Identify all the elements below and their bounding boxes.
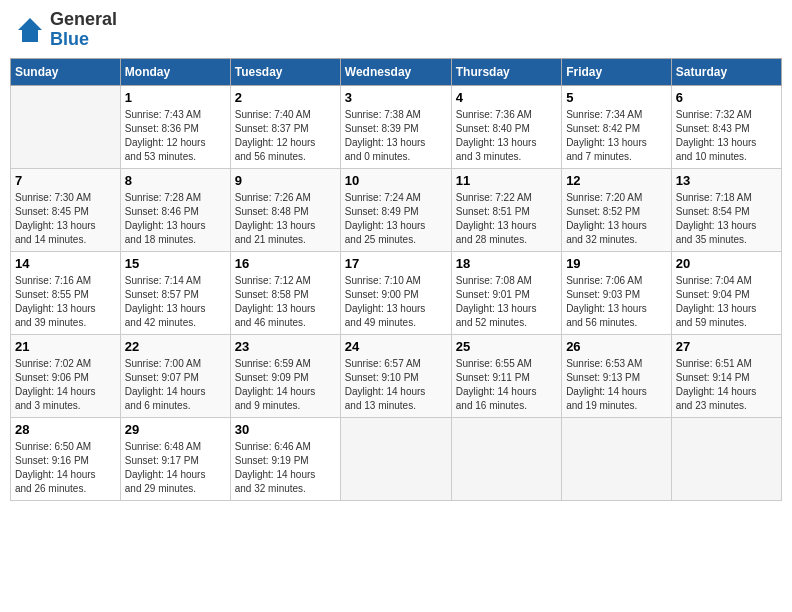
day-info: Sunrise: 7:43 AM Sunset: 8:36 PM Dayligh…: [125, 108, 226, 164]
day-number: 24: [345, 339, 447, 354]
day-number: 11: [456, 173, 557, 188]
day-info: Sunrise: 6:59 AM Sunset: 9:09 PM Dayligh…: [235, 357, 336, 413]
day-info: Sunrise: 7:20 AM Sunset: 8:52 PM Dayligh…: [566, 191, 667, 247]
day-number: 17: [345, 256, 447, 271]
calendar-cell: 26Sunrise: 6:53 AM Sunset: 9:13 PM Dayli…: [562, 334, 672, 417]
day-header-saturday: Saturday: [671, 58, 781, 85]
day-info: Sunrise: 7:34 AM Sunset: 8:42 PM Dayligh…: [566, 108, 667, 164]
day-info: Sunrise: 7:12 AM Sunset: 8:58 PM Dayligh…: [235, 274, 336, 330]
day-number: 18: [456, 256, 557, 271]
day-number: 30: [235, 422, 336, 437]
day-info: Sunrise: 6:57 AM Sunset: 9:10 PM Dayligh…: [345, 357, 447, 413]
calendar-cell: 15Sunrise: 7:14 AM Sunset: 8:57 PM Dayli…: [120, 251, 230, 334]
day-number: 8: [125, 173, 226, 188]
calendar-cell: 23Sunrise: 6:59 AM Sunset: 9:09 PM Dayli…: [230, 334, 340, 417]
calendar-cell: 3Sunrise: 7:38 AM Sunset: 8:39 PM Daylig…: [340, 85, 451, 168]
day-number: 13: [676, 173, 777, 188]
logo-icon: [14, 14, 46, 46]
day-number: 4: [456, 90, 557, 105]
day-info: Sunrise: 7:24 AM Sunset: 8:49 PM Dayligh…: [345, 191, 447, 247]
calendar-cell: 29Sunrise: 6:48 AM Sunset: 9:17 PM Dayli…: [120, 417, 230, 500]
day-number: 6: [676, 90, 777, 105]
day-number: 2: [235, 90, 336, 105]
calendar-cell: 7Sunrise: 7:30 AM Sunset: 8:45 PM Daylig…: [11, 168, 121, 251]
calendar-cell: 28Sunrise: 6:50 AM Sunset: 9:16 PM Dayli…: [11, 417, 121, 500]
calendar-cell: 22Sunrise: 7:00 AM Sunset: 9:07 PM Dayli…: [120, 334, 230, 417]
day-number: 10: [345, 173, 447, 188]
day-info: Sunrise: 7:04 AM Sunset: 9:04 PM Dayligh…: [676, 274, 777, 330]
calendar-cell: 13Sunrise: 7:18 AM Sunset: 8:54 PM Dayli…: [671, 168, 781, 251]
day-info: Sunrise: 7:02 AM Sunset: 9:06 PM Dayligh…: [15, 357, 116, 413]
calendar-cell: 30Sunrise: 6:46 AM Sunset: 9:19 PM Dayli…: [230, 417, 340, 500]
logo-text: General Blue: [50, 10, 117, 50]
calendar-cell: [340, 417, 451, 500]
logo: General Blue: [14, 10, 117, 50]
calendar-cell: 24Sunrise: 6:57 AM Sunset: 9:10 PM Dayli…: [340, 334, 451, 417]
day-info: Sunrise: 7:22 AM Sunset: 8:51 PM Dayligh…: [456, 191, 557, 247]
day-info: Sunrise: 7:32 AM Sunset: 8:43 PM Dayligh…: [676, 108, 777, 164]
day-info: Sunrise: 6:51 AM Sunset: 9:14 PM Dayligh…: [676, 357, 777, 413]
calendar-week-5: 28Sunrise: 6:50 AM Sunset: 9:16 PM Dayli…: [11, 417, 782, 500]
calendar-cell: 5Sunrise: 7:34 AM Sunset: 8:42 PM Daylig…: [562, 85, 672, 168]
day-number: 1: [125, 90, 226, 105]
day-info: Sunrise: 7:00 AM Sunset: 9:07 PM Dayligh…: [125, 357, 226, 413]
day-info: Sunrise: 7:36 AM Sunset: 8:40 PM Dayligh…: [456, 108, 557, 164]
day-info: Sunrise: 7:16 AM Sunset: 8:55 PM Dayligh…: [15, 274, 116, 330]
day-info: Sunrise: 6:48 AM Sunset: 9:17 PM Dayligh…: [125, 440, 226, 496]
day-info: Sunrise: 7:40 AM Sunset: 8:37 PM Dayligh…: [235, 108, 336, 164]
day-info: Sunrise: 7:06 AM Sunset: 9:03 PM Dayligh…: [566, 274, 667, 330]
page-header: General Blue: [10, 10, 782, 50]
calendar-table: SundayMondayTuesdayWednesdayThursdayFrid…: [10, 58, 782, 501]
calendar-cell: 6Sunrise: 7:32 AM Sunset: 8:43 PM Daylig…: [671, 85, 781, 168]
day-number: 14: [15, 256, 116, 271]
day-number: 5: [566, 90, 667, 105]
calendar-cell: 19Sunrise: 7:06 AM Sunset: 9:03 PM Dayli…: [562, 251, 672, 334]
day-info: Sunrise: 6:50 AM Sunset: 9:16 PM Dayligh…: [15, 440, 116, 496]
calendar-cell: 1Sunrise: 7:43 AM Sunset: 8:36 PM Daylig…: [120, 85, 230, 168]
calendar-cell: 18Sunrise: 7:08 AM Sunset: 9:01 PM Dayli…: [451, 251, 561, 334]
calendar-cell: 10Sunrise: 7:24 AM Sunset: 8:49 PM Dayli…: [340, 168, 451, 251]
calendar-cell: [671, 417, 781, 500]
calendar-cell: 4Sunrise: 7:36 AM Sunset: 8:40 PM Daylig…: [451, 85, 561, 168]
calendar-cell: 21Sunrise: 7:02 AM Sunset: 9:06 PM Dayli…: [11, 334, 121, 417]
day-header-tuesday: Tuesday: [230, 58, 340, 85]
day-info: Sunrise: 7:28 AM Sunset: 8:46 PM Dayligh…: [125, 191, 226, 247]
calendar-cell: 17Sunrise: 7:10 AM Sunset: 9:00 PM Dayli…: [340, 251, 451, 334]
day-info: Sunrise: 7:18 AM Sunset: 8:54 PM Dayligh…: [676, 191, 777, 247]
day-number: 7: [15, 173, 116, 188]
calendar-cell: 16Sunrise: 7:12 AM Sunset: 8:58 PM Dayli…: [230, 251, 340, 334]
day-number: 12: [566, 173, 667, 188]
calendar-week-4: 21Sunrise: 7:02 AM Sunset: 9:06 PM Dayli…: [11, 334, 782, 417]
day-number: 23: [235, 339, 336, 354]
day-header-thursday: Thursday: [451, 58, 561, 85]
day-number: 15: [125, 256, 226, 271]
day-info: Sunrise: 6:53 AM Sunset: 9:13 PM Dayligh…: [566, 357, 667, 413]
day-info: Sunrise: 7:14 AM Sunset: 8:57 PM Dayligh…: [125, 274, 226, 330]
calendar-cell: 11Sunrise: 7:22 AM Sunset: 8:51 PM Dayli…: [451, 168, 561, 251]
day-number: 16: [235, 256, 336, 271]
day-number: 29: [125, 422, 226, 437]
day-number: 19: [566, 256, 667, 271]
calendar-cell: [562, 417, 672, 500]
day-number: 21: [15, 339, 116, 354]
day-header-friday: Friday: [562, 58, 672, 85]
calendar-cell: 14Sunrise: 7:16 AM Sunset: 8:55 PM Dayli…: [11, 251, 121, 334]
day-info: Sunrise: 7:30 AM Sunset: 8:45 PM Dayligh…: [15, 191, 116, 247]
calendar-week-1: 1Sunrise: 7:43 AM Sunset: 8:36 PM Daylig…: [11, 85, 782, 168]
calendar-cell: [451, 417, 561, 500]
day-info: Sunrise: 7:08 AM Sunset: 9:01 PM Dayligh…: [456, 274, 557, 330]
day-number: 20: [676, 256, 777, 271]
day-info: Sunrise: 7:26 AM Sunset: 8:48 PM Dayligh…: [235, 191, 336, 247]
day-info: Sunrise: 7:38 AM Sunset: 8:39 PM Dayligh…: [345, 108, 447, 164]
day-number: 3: [345, 90, 447, 105]
day-info: Sunrise: 7:10 AM Sunset: 9:00 PM Dayligh…: [345, 274, 447, 330]
calendar-cell: [11, 85, 121, 168]
day-number: 9: [235, 173, 336, 188]
calendar-week-3: 14Sunrise: 7:16 AM Sunset: 8:55 PM Dayli…: [11, 251, 782, 334]
day-header-wednesday: Wednesday: [340, 58, 451, 85]
day-header-monday: Monday: [120, 58, 230, 85]
svg-marker-0: [18, 18, 42, 42]
day-number: 28: [15, 422, 116, 437]
calendar-cell: 20Sunrise: 7:04 AM Sunset: 9:04 PM Dayli…: [671, 251, 781, 334]
day-info: Sunrise: 6:55 AM Sunset: 9:11 PM Dayligh…: [456, 357, 557, 413]
